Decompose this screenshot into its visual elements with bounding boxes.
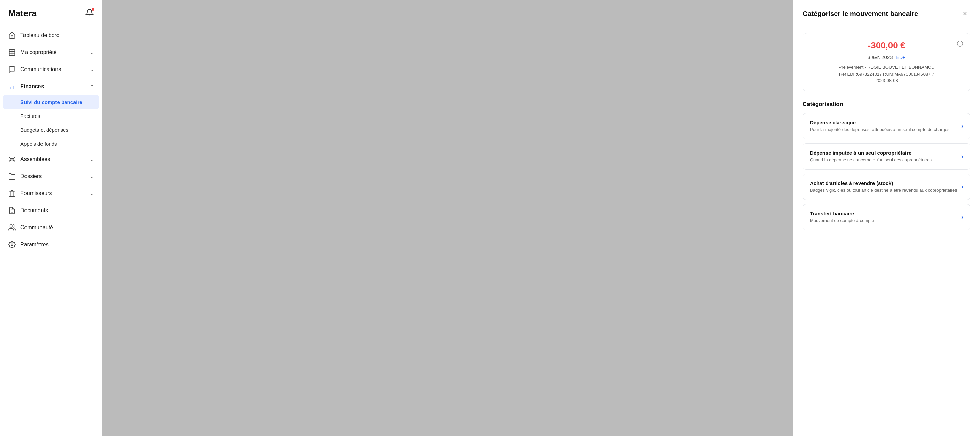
category-item-depense-imputee[interactable]: Dépense imputée à un seul copropriétaire… — [803, 144, 970, 169]
sidebar-subitem-label: Budgets et dépenses — [21, 127, 68, 133]
category-item-title: Achat d'articles à revendre (stock) — [810, 180, 957, 186]
chevron-down-icon: ⌄ — [90, 191, 94, 196]
communaute-icon — [8, 224, 16, 231]
fournisseurs-icon — [8, 190, 16, 197]
chevron-down-icon: ⌄ — [90, 157, 94, 162]
chevron-down-icon: ⌄ — [90, 67, 94, 72]
sidebar-item-label: Dossiers — [21, 173, 41, 179]
transaction-card: -300,00 € 3 avr. 2023 EDF Prélèvement - … — [803, 33, 970, 91]
chevron-right-icon: › — [961, 214, 963, 221]
sidebar-subitem-appels-de-fonds[interactable]: Appels de fonds — [0, 137, 102, 151]
main-content-overlay — [102, 0, 793, 436]
svg-point-12 — [10, 225, 12, 227]
sidebar-item-label: Paramètres — [21, 241, 49, 248]
category-item-achat-articles[interactable]: Achat d'articles à revendre (stock) Badg… — [803, 174, 970, 200]
sidebar-item-ma-copropriete[interactable]: Ma copropriété ⌄ — [0, 44, 102, 61]
info-icon[interactable] — [956, 40, 963, 49]
dossiers-icon — [8, 173, 16, 180]
assemblees-icon — [8, 156, 16, 163]
sidebar-item-label: Assemblées — [21, 157, 50, 163]
category-item-title: Dépense classique — [810, 120, 957, 125]
parametres-icon — [8, 241, 16, 248]
chevron-right-icon: › — [961, 183, 963, 190]
svg-rect-0 — [9, 50, 15, 56]
sidebar-item-label: Fournisseurs — [21, 190, 52, 196]
transaction-vendor: EDF — [896, 54, 906, 60]
svg-point-8 — [11, 158, 13, 160]
sidebar-subitem-budgets-et-depenses[interactable]: Budgets et dépenses — [0, 123, 102, 137]
categorisation-title: Catégorisation — [803, 101, 970, 108]
notifications-button[interactable] — [86, 8, 94, 19]
transaction-amount: -300,00 € — [811, 40, 962, 51]
sidebar-item-finances[interactable]: Finances ⌃ — [0, 78, 102, 95]
sidebar-item-documents[interactable]: Documents — [0, 202, 102, 219]
transaction-date: 3 avr. 2023 — [867, 54, 892, 60]
category-item-depense-classique[interactable]: Dépense classique Pour la majorité des d… — [803, 113, 970, 139]
chevron-right-icon: › — [961, 153, 963, 160]
sidebar-item-label: Ma copropriété — [21, 50, 57, 56]
category-item-desc: Mouvement de compte à compte — [810, 218, 957, 224]
transaction-date-row: 3 avr. 2023 EDF — [811, 54, 962, 60]
chevron-down-icon: ⌄ — [90, 174, 94, 179]
sidebar: Matera Tableau de bord — [0, 0, 102, 436]
sidebar-item-dossiers[interactable]: Dossiers ⌄ — [0, 168, 102, 185]
sidebar-item-label: Communications — [21, 66, 61, 73]
sidebar-item-label: Finances — [21, 83, 44, 89]
documents-icon — [8, 207, 16, 214]
sidebar-item-label: Communauté — [21, 224, 53, 231]
sidebar-item-assemblees[interactable]: Assemblées ⌄ — [0, 151, 102, 168]
category-item-desc: Pour la majorité des dépenses, attribuée… — [810, 127, 957, 133]
sidebar-item-fournisseurs[interactable]: Fournisseurs ⌄ — [0, 185, 102, 202]
svg-point-13 — [11, 244, 13, 246]
categorisation-section: Catégorisation Dépense classique Pour la… — [803, 101, 970, 231]
bell-icon — [86, 10, 94, 18]
sidebar-item-tableau-de-bord[interactable]: Tableau de bord — [0, 27, 102, 44]
sidebar-subitem-factures[interactable]: Factures — [0, 109, 102, 123]
chevron-up-icon: ⌃ — [90, 84, 94, 89]
category-item-transfert-bancaire[interactable]: Transfert bancaire Mouvement de compte à… — [803, 204, 970, 230]
category-item-title: Dépense imputée à un seul copropriétaire — [810, 150, 957, 156]
chart-icon — [8, 83, 16, 90]
category-item-title: Transfert bancaire — [810, 211, 957, 216]
chat-icon — [8, 66, 16, 73]
sidebar-subitem-suivi-du-compte-bancaire[interactable]: Suivi du compte bancaire — [3, 95, 99, 109]
categorisation-panel: Catégoriser le mouvement bancaire × -300… — [793, 0, 980, 436]
sidebar-subitem-label: Suivi du compte bancaire — [21, 99, 82, 105]
sidebar-item-parametres[interactable]: Paramètres — [0, 236, 102, 253]
panel-body: -300,00 € 3 avr. 2023 EDF Prélèvement - … — [793, 25, 980, 436]
app-logo: Matera — [8, 8, 37, 19]
sidebar-item-communaute[interactable]: Communauté — [0, 219, 102, 236]
close-button[interactable]: × — [959, 8, 970, 19]
panel-header: Catégoriser le mouvement bancaire × — [793, 0, 980, 25]
sidebar-subitem-label: Appels de fonds — [21, 141, 57, 147]
category-item-desc: Badges vigik, clés ou tout article desti… — [810, 187, 957, 193]
home-icon — [8, 32, 16, 39]
category-item-desc: Quand la dépense ne concerne qu'un seul … — [810, 157, 957, 163]
panel-title: Catégoriser le mouvement bancaire — [803, 10, 918, 18]
sidebar-item-communications[interactable]: Communications ⌄ — [0, 61, 102, 78]
sidebar-subitem-label: Factures — [21, 113, 40, 119]
sidebar-header: Matera — [0, 0, 102, 24]
chevron-right-icon: › — [961, 123, 963, 130]
chevron-down-icon: ⌄ — [90, 50, 94, 55]
transaction-description: Prélèvement - REGIE BOUVET ET BONNAMOU R… — [811, 64, 962, 84]
notification-dot — [92, 8, 94, 11]
svg-rect-9 — [9, 192, 15, 196]
sidebar-item-label: Tableau de bord — [21, 32, 60, 38]
building-icon — [8, 49, 16, 56]
sidebar-nav: Tableau de bord Ma copropriété ⌄ — [0, 24, 102, 436]
sidebar-item-label: Documents — [21, 208, 48, 214]
